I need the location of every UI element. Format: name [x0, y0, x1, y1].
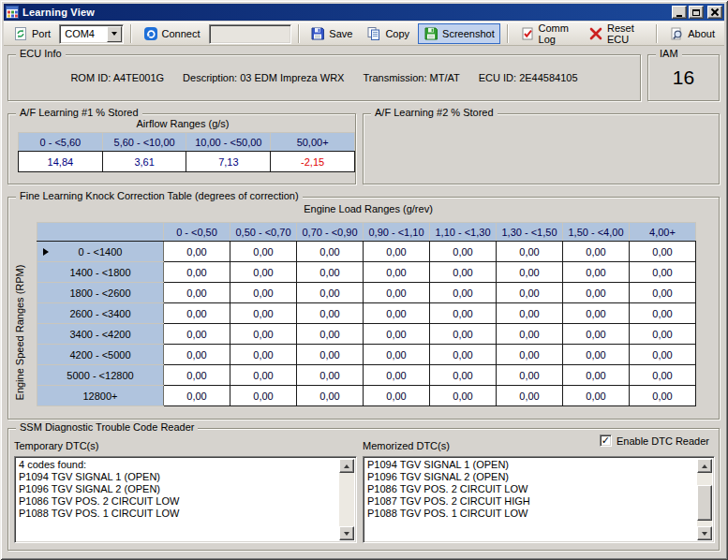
- toolbar-textbox[interactable]: [209, 24, 291, 44]
- knock-cell[interactable]: 0,00: [364, 345, 430, 365]
- knock-cell[interactable]: 0,00: [364, 262, 430, 283]
- knock-cell[interactable]: 0,00: [497, 283, 563, 303]
- knock-cell[interactable]: 0,00: [430, 242, 497, 262]
- knock-cell[interactable]: 0,00: [563, 283, 630, 303]
- knock-cell[interactable]: 0,00: [430, 262, 497, 283]
- knock-cell[interactable]: 0,00: [164, 345, 230, 365]
- knock-cell[interactable]: 0,00: [497, 324, 563, 345]
- dtc-list-item[interactable]: P1096 TGV SIGNAL 2 (OPEN): [367, 471, 697, 483]
- knock-cell[interactable]: 0,00: [630, 345, 696, 365]
- knock-cell[interactable]: 0,00: [297, 283, 364, 303]
- knock-row-header[interactable]: 0 - <1400: [37, 242, 164, 262]
- close-button[interactable]: [707, 6, 722, 19]
- knock-cell[interactable]: 0,00: [297, 324, 364, 345]
- af1-value-cell[interactable]: 7,13: [186, 152, 271, 172]
- knock-row-header[interactable]: 1400 - <1800: [37, 262, 164, 283]
- knock-cell[interactable]: 0,00: [230, 345, 297, 365]
- knock-cell[interactable]: 0,00: [164, 324, 230, 345]
- about-button[interactable]: About: [663, 23, 721, 44]
- knock-cell[interactable]: 0,00: [364, 365, 430, 386]
- com-port-select[interactable]: COM4: [59, 24, 124, 44]
- scroll-down-button[interactable]: [339, 526, 354, 540]
- scroll-down-button[interactable]: [697, 526, 712, 540]
- knock-row-header[interactable]: 3400 - <4200: [37, 324, 164, 345]
- knock-cell[interactable]: 0,00: [230, 303, 297, 324]
- knock-cell[interactable]: 0,00: [230, 283, 297, 303]
- knock-cell[interactable]: 0,00: [164, 365, 230, 386]
- knock-cell[interactable]: 0,00: [430, 365, 497, 386]
- copy-button[interactable]: Copy: [361, 23, 415, 44]
- knock-cell[interactable]: 0,00: [297, 386, 364, 406]
- scroll-up-button[interactable]: [697, 459, 712, 473]
- comm-log-button[interactable]: Comm Log: [514, 23, 580, 44]
- knock-cell[interactable]: 0,00: [630, 242, 696, 262]
- knock-cell[interactable]: 0,00: [563, 242, 630, 262]
- dtc-list-item[interactable]: P1086 TGV POS. 2 CIRCUIT LOW: [19, 495, 339, 508]
- temporary-dtc-scrollbar[interactable]: [339, 459, 354, 540]
- knock-cell[interactable]: 0,00: [364, 324, 430, 345]
- dtc-list-item[interactable]: P1088 TGV POS. 1 CIRCUIT LOW: [19, 508, 339, 520]
- port-button[interactable]: Port: [7, 23, 56, 44]
- knock-row-header[interactable]: 5000 - <12800: [37, 365, 164, 386]
- temporary-dtc-listbox[interactable]: 4 codes found:P1094 TGV SIGNAL 1 (OPEN)P…: [14, 456, 357, 543]
- knock-cell[interactable]: 0,00: [297, 242, 364, 262]
- dtc-list-item[interactable]: P1096 TGV SIGNAL 2 (OPEN): [19, 483, 339, 495]
- knock-cell[interactable]: 0,00: [497, 242, 563, 262]
- knock-cell[interactable]: 0,00: [630, 303, 696, 324]
- knock-cell[interactable]: 0,00: [230, 262, 297, 283]
- scroll-up-button[interactable]: [339, 459, 354, 473]
- knock-cell[interactable]: 0,00: [230, 386, 297, 406]
- knock-row-header[interactable]: 4200 - <5000: [37, 345, 164, 365]
- dtc-list-item[interactable]: P1094 TGV SIGNAL 1 (OPEN): [367, 459, 697, 471]
- knock-row-header[interactable]: 1800 - <2600: [37, 283, 164, 303]
- dtc-list-item[interactable]: P1086 TGV POS. 2 CIRCUIT LOW: [367, 483, 697, 495]
- scrollbar-thumb[interactable]: [697, 485, 712, 521]
- dtc-list-item[interactable]: 4 codes found:: [19, 459, 339, 471]
- knock-cell[interactable]: 0,00: [430, 324, 497, 345]
- knock-cell[interactable]: 0,00: [164, 386, 230, 406]
- dtc-list-item[interactable]: P1087 TGV POS. 2 CIRCUIT HIGH: [367, 495, 697, 508]
- maximize-button[interactable]: [689, 6, 704, 19]
- knock-cell[interactable]: 0,00: [430, 303, 497, 324]
- knock-cell[interactable]: 0,00: [430, 386, 497, 406]
- knock-cell[interactable]: 0,00: [563, 262, 630, 283]
- knock-cell[interactable]: 0,00: [297, 365, 364, 386]
- knock-row-header[interactable]: 2600 - <3400: [37, 303, 164, 324]
- knock-cell[interactable]: 0,00: [164, 242, 230, 262]
- knock-cell[interactable]: 0,00: [630, 283, 696, 303]
- knock-cell[interactable]: 0,00: [164, 303, 230, 324]
- screenshot-button[interactable]: Screenshot: [418, 23, 500, 44]
- knock-cell[interactable]: 0,00: [364, 283, 430, 303]
- knock-cell[interactable]: 0,00: [497, 262, 563, 283]
- dtc-list-item[interactable]: P1094 TGV SIGNAL 1 (OPEN): [19, 471, 339, 483]
- dtc-list-item[interactable]: P1088 TGV POS. 1 CIRCUIT LOW: [367, 508, 697, 520]
- knock-cell[interactable]: 0,00: [230, 324, 297, 345]
- knock-cell[interactable]: 0,00: [230, 365, 297, 386]
- knock-cell[interactable]: 0,00: [297, 345, 364, 365]
- knock-cell[interactable]: 0,00: [630, 262, 696, 283]
- reset-ecu-button[interactable]: Reset ECU: [583, 23, 649, 44]
- memorized-dtc-listbox[interactable]: P1094 TGV SIGNAL 1 (OPEN)P1096 TGV SIGNA…: [363, 456, 715, 543]
- knock-cell[interactable]: 0,00: [630, 386, 696, 406]
- connect-button[interactable]: Connect: [138, 23, 206, 44]
- knock-cell[interactable]: 0,00: [364, 242, 430, 262]
- knock-cell[interactable]: 0,00: [630, 324, 696, 345]
- knock-cell[interactable]: 0,00: [563, 324, 630, 345]
- knock-cell[interactable]: 0,00: [430, 345, 497, 365]
- knock-cell[interactable]: 0,00: [563, 345, 630, 365]
- knock-cell[interactable]: 0,00: [497, 345, 563, 365]
- knock-cell[interactable]: 0,00: [563, 386, 630, 406]
- knock-cell[interactable]: 0,00: [430, 283, 497, 303]
- knock-cell[interactable]: 0,00: [497, 365, 563, 386]
- memorized-dtc-scrollbar[interactable]: [697, 459, 712, 540]
- knock-cell[interactable]: 0,00: [164, 283, 230, 303]
- knock-cell[interactable]: 0,00: [364, 303, 430, 324]
- knock-cell[interactable]: 0,00: [563, 303, 630, 324]
- com-port-dropdown-button[interactable]: [107, 26, 122, 42]
- af1-value-cell[interactable]: 3,61: [102, 152, 186, 172]
- knock-cell[interactable]: 0,00: [297, 303, 364, 324]
- knock-cell[interactable]: 0,00: [364, 386, 430, 406]
- knock-cell[interactable]: 0,00: [164, 262, 230, 283]
- af1-value-cell[interactable]: 14,84: [19, 152, 103, 172]
- enable-dtc-checkbox[interactable]: ✓: [600, 435, 612, 447]
